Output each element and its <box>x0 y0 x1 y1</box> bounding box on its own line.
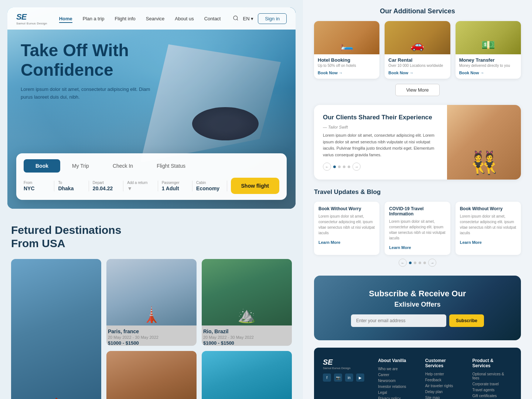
destination-card-london[interactable]: London, UK 20 May 2022 - 30 May 2022 $10… <box>11 259 101 399</box>
footer-link-career[interactable]: Career <box>378 373 418 377</box>
passenger-label: Passenger <box>162 181 188 185</box>
nav-actions: EN ▾ Sign in <box>233 13 287 24</box>
destination-card-beach[interactable]: Bora Bora <box>202 351 292 399</box>
blog-post-text-3: Lorem ipsum dolor sit amet, consectetur … <box>460 214 516 236</box>
service-card-car[interactable]: Car Rental Over 10 000 Locations worldwi… <box>385 21 450 79</box>
nav-item-flight[interactable]: Flight info <box>115 15 135 22</box>
destination-image-london <box>11 259 101 399</box>
linkedin-icon[interactable]: in <box>345 374 353 382</box>
service-card-hotel[interactable]: Hotel Booking Up to 50% off on hotels Bo… <box>314 21 379 79</box>
site-logo: SE Samul Eunus Design <box>16 12 47 25</box>
service-card-money[interactable]: Money Transfer Money delivered directly … <box>456 21 521 79</box>
to-field[interactable]: To Dhaka <box>58 181 89 191</box>
footer-link-privacy[interactable]: Privacy policy <box>378 396 418 399</box>
from-field[interactable]: From NYC <box>24 181 54 191</box>
tab-book[interactable]: Book <box>24 159 60 173</box>
service-link-hotel[interactable]: Book Now → <box>318 71 343 75</box>
footer-link-delay[interactable]: Delay plan <box>425 390 465 394</box>
testimonial-text: Lorem ipsum dolor sit amet, consectetur … <box>323 132 438 158</box>
destination-image-beach <box>202 351 292 399</box>
search-icon-button[interactable] <box>233 15 239 22</box>
tab-check-in[interactable]: Check In <box>101 159 145 173</box>
footer-link-newsroom[interactable]: Newsroom <box>378 379 418 383</box>
service-name-car: Car Rental <box>388 57 446 63</box>
footer-link-legal[interactable]: Legal <box>378 391 418 395</box>
footer-link-help[interactable]: Help center <box>425 372 465 376</box>
service-desc-car: Over 10 000 Locations worldwide <box>388 64 446 68</box>
from-value: NYC <box>24 185 50 191</box>
subscribe-email-input[interactable] <box>351 314 446 327</box>
facebook-icon[interactable]: f <box>323 374 331 382</box>
footer-link-optional[interactable]: Optional services & fees <box>472 372 512 380</box>
show-flight-button[interactable]: Show flight <box>231 178 279 194</box>
footer-link-who[interactable]: Who we are <box>378 367 418 371</box>
testimonial-title: Our Clients Shared Their Experience <box>323 114 438 121</box>
destination-name: Rio, Brazil <box>203 328 290 334</box>
footer-link-corporate[interactable]: Corporate travel <box>472 382 512 386</box>
testimonial-prev-button[interactable]: ← <box>323 163 331 171</box>
destination-dates: 20 May 2022 - 30 May 2022 <box>108 335 195 340</box>
blog-prev-button[interactable]: ← <box>399 259 407 267</box>
destination-card-rio[interactable]: Rio, Brazil 20 May 2022 - 30 May 2022 $1… <box>202 259 292 346</box>
blog-dot-2 <box>414 262 416 264</box>
nav-item-plan[interactable]: Plan a trip <box>83 15 105 22</box>
blog-next-button[interactable]: → <box>428 259 436 267</box>
youtube-icon[interactable]: ▶ <box>356 374 364 382</box>
subscribe-subtitle: Exlisive Offers <box>325 301 510 308</box>
cabin-field[interactable]: Cabin Economy <box>196 181 227 191</box>
blog-card-2: COVID-19 Travel Information Lorem ipsum … <box>385 202 450 255</box>
navbar: SE Samul Eunus Design Home Plan a trip F… <box>7 7 296 30</box>
blog-post-link-1[interactable]: Learn More <box>318 240 340 245</box>
nav-dot-1 <box>333 166 336 168</box>
view-more-button[interactable]: View More <box>395 84 439 96</box>
destination-card-venice[interactable]: Venice, Italy <box>106 351 197 399</box>
blog-post-link-3[interactable]: Learn More <box>460 240 482 245</box>
nav-link-home[interactable]: Home <box>59 16 72 23</box>
nav-item-contact[interactable]: Contact <box>204 15 221 22</box>
footer-col-products: Product & Services Optional services & f… <box>472 358 512 399</box>
logo-text: SE <box>16 12 47 22</box>
footer-link-sitemap[interactable]: Site map <box>425 396 465 399</box>
footer-links-customer: Help center Feedback Air traveler rights… <box>425 372 465 399</box>
featured-title: Fetured Destinations From USA <box>11 224 292 250</box>
footer-link-gift[interactable]: Gift certificates <box>472 394 512 398</box>
service-info-hotel: Hotel Booking Up to 50% off on hotels Bo… <box>314 54 379 79</box>
signin-button[interactable]: Sign in <box>258 13 287 24</box>
service-link-money[interactable]: Book Now → <box>459 71 484 75</box>
footer-link-air-rights[interactable]: Air traveler rights <box>425 384 465 388</box>
cabin-value: Economy <box>196 185 223 191</box>
blog-dot-4 <box>423 262 426 264</box>
svg-point-0 <box>233 16 238 20</box>
footer-link-agents[interactable]: Travel agents <box>472 388 512 392</box>
language-selector[interactable]: EN ▾ <box>243 16 254 21</box>
to-value: Dhaka <box>58 185 85 191</box>
testimonial-image <box>447 105 521 180</box>
nav-link-contact[interactable]: Contact <box>204 16 221 21</box>
instagram-icon[interactable]: 📷 <box>334 374 342 382</box>
footer-col-title-about: About Vanilla <box>378 358 418 363</box>
nav-link-about[interactable]: About us <box>175 16 194 21</box>
subscribe-form: Subscribe <box>351 314 484 327</box>
footer-logo-sub: Samul Eunus Design <box>323 366 371 370</box>
nav-link-plan[interactable]: Plan a trip <box>83 16 105 21</box>
blog-post-link-2[interactable]: Learn More <box>389 245 411 250</box>
testimonial-section: Our Clients Shared Their Experience — Ta… <box>314 105 521 180</box>
depart-field[interactable]: Depart 20.04.22 <box>93 181 123 191</box>
return-field[interactable]: Add a return ▼ <box>127 181 158 191</box>
blog-dot-1 <box>409 262 412 264</box>
footer-link-feedback[interactable]: Feedback <box>425 378 465 382</box>
nav-link-service[interactable]: Searvice <box>146 16 165 21</box>
tab-flight-status[interactable]: Flight Status <box>145 159 197 173</box>
nav-item-service[interactable]: Searvice <box>146 15 165 22</box>
testimonial-next-button[interactable]: → <box>352 163 361 171</box>
nav-item-about[interactable]: About us <box>175 15 194 22</box>
nav-item-home[interactable]: Home <box>59 15 72 22</box>
subscribe-button[interactable]: Subscribe <box>449 314 484 327</box>
footer-logo: SE <box>323 358 371 366</box>
service-link-car[interactable]: Book Now → <box>388 71 413 75</box>
tab-my-trip[interactable]: My Trip <box>60 159 101 173</box>
passenger-field[interactable]: Passenger 1 Adult <box>162 181 192 191</box>
footer-link-investor[interactable]: Investor relations <box>378 385 418 389</box>
destination-card-paris[interactable]: Paris, france 20 May 2022 - 30 May 2022 … <box>106 259 197 346</box>
nav-link-flight[interactable]: Flight info <box>115 16 135 21</box>
